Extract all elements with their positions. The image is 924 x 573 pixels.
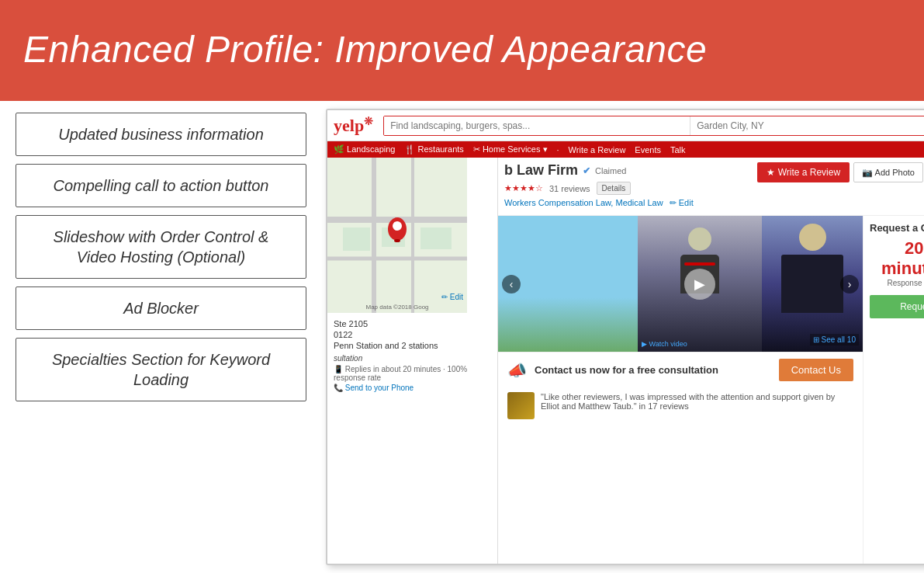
claimed-icon: ✔ <box>583 165 590 176</box>
svg-rect-5 <box>343 227 370 251</box>
yelp-biz-info-left: b Law Firm ✔ Claimed ★★★★☆ 31 reviews De… <box>504 162 694 210</box>
yelp-content-area: Map data ©2018 Goog ✏ Edit <box>327 158 924 564</box>
subnav-write-review[interactable]: Write a Review <box>569 145 626 155</box>
yelp-video-strip: ‹ <box>498 216 863 352</box>
yelp-address-section: Ste 2105 0122 Penn Station and 2 station… <box>327 313 497 398</box>
yelp-review-text: "Like other reviewers, I was impressed w… <box>541 392 853 411</box>
yelp-side-col: Request a Consultation 20 minutes Respon… <box>863 216 924 564</box>
yelp-consult-time-label: Response Time <box>870 279 924 287</box>
yelp-write-review-btn[interactable]: ★ Write a Review <box>757 162 850 182</box>
subnav-landscaping[interactable]: 🌿 Landscaping <box>334 144 395 155</box>
yelp-cta-text: Contact us now for a free consultation <box>535 364 771 376</box>
yelp-video-prev-btn[interactable]: ‹ <box>502 275 521 293</box>
yelp-left-col: Map data ©2018 Goog ✏ Edit <box>327 158 498 564</box>
yelp-map: Map data ©2018 Goog ✏ Edit <box>327 158 467 313</box>
yelp-response-time: 📱 Replies in about 20 minutes · 100% res… <box>334 365 491 382</box>
yelp-consultation-label: sultation <box>334 354 491 363</box>
page-header: Enhanced Profile: Improved Appearance <box>0 0 924 101</box>
yelp-consult-title: Request a Consultation <box>870 222 924 234</box>
svg-point-10 <box>393 221 402 231</box>
yelp-consult-btn-container: Request a Consultation <box>870 295 924 318</box>
yelp-cta-icon: 📣 <box>507 361 527 380</box>
yelp-consult-stats: 20 minutes Response Time 100% Response R… <box>870 238 924 287</box>
subnav-events[interactable]: Events <box>635 145 661 155</box>
yelp-cta-bar: 📣 Contact us now for a free consultation… <box>498 352 863 387</box>
yelp-consult-time: 20 minutes Response Time <box>870 238 924 287</box>
yelp-send-phone[interactable]: 📞 Send to your Phone <box>334 384 491 392</box>
yelp-logo: yelp❊ <box>334 115 373 136</box>
yelp-page: yelp❊ 🔍 Sign Up 🌿 Landscaping 🍴 Restaura… <box>327 110 924 564</box>
yelp-video-next-btn[interactable]: › <box>840 275 859 293</box>
subnav-dot: · <box>557 145 559 155</box>
yelp-search-bar: 🔍 <box>383 116 924 136</box>
yelp-right-col: b Law Firm ✔ Claimed ★★★★☆ 31 reviews De… <box>498 158 924 564</box>
yelp-transit: Penn Station and 2 stations <box>334 341 491 350</box>
yelp-contact-section: sultation 📱 Replies in about 20 minutes … <box>334 354 491 392</box>
yelp-see-all[interactable]: ⊞ See all 10 <box>810 334 859 346</box>
svg-text:Map data ©2018 Goog: Map data ©2018 Goog <box>365 304 428 311</box>
subnav-restaurants[interactable]: 🍴 Restaurants <box>404 144 463 155</box>
yelp-biz-actions: ★ Write a Review 📷 Add Photo ↑ Share 🔖 S… <box>757 162 924 182</box>
feature-label: Compelling call to action button <box>54 177 269 194</box>
yelp-near-input[interactable] <box>690 116 924 135</box>
yelp-reviews: ★★★★☆ 31 reviews Details <box>504 182 694 195</box>
yelp-map-edit[interactable]: ✏ Edit <box>441 293 463 301</box>
page-title: Enhanced Profile: Improved Appearance <box>23 28 707 71</box>
yelp-reviewer-avatar <box>507 392 535 419</box>
feature-item-updated-biz-info: Updated business information <box>16 113 306 156</box>
subnav-home-services[interactable]: ✂ Home Services ▾ <box>473 144 548 155</box>
feature-item-slideshow: Slideshow with Order Control & Video Hos… <box>16 215 306 279</box>
svg-rect-7 <box>420 227 452 249</box>
yelp-subnav: 🌿 Landscaping 🍴 Restaurants ✂ Home Servi… <box>327 141 924 158</box>
yelp-contact-btn[interactable]: Contact Us <box>779 359 853 381</box>
yelp-main-row: ‹ <box>498 216 924 564</box>
feature-item-cta-button: Compelling call to action button <box>16 164 306 207</box>
yelp-center-col: ‹ <box>498 216 863 564</box>
feature-item-specialties: Specialties Section for Keyword Loading <box>16 338 306 401</box>
yelp-biz-header: b Law Firm ✔ Claimed ★★★★☆ 31 reviews De… <box>498 158 924 216</box>
yelp-address-line1: Ste 2105 <box>334 319 491 328</box>
yelp-address-line2: 0122 <box>334 330 491 339</box>
feature-list: Updated business information Compelling … <box>0 101 322 573</box>
svg-point-11 <box>394 239 400 242</box>
yelp-add-photo-btn[interactable]: 📷 Add Photo <box>853 162 923 182</box>
feature-item-ad-blocker: Ad Blocker <box>16 286 306 330</box>
yelp-request-consultation-btn[interactable]: Request a Consultation <box>870 295 924 318</box>
yelp-play-icon[interactable]: ▶ <box>684 269 715 300</box>
yelp-categories: Workers Compensation Law, Medical Law ✏ … <box>504 198 694 208</box>
yelp-mockup: yelp❊ 🔍 Sign Up 🌿 Landscaping 🍴 Restaura… <box>326 109 924 565</box>
claimed-label: Claimed <box>595 166 626 175</box>
yelp-navbar: yelp❊ 🔍 Sign Up <box>327 110 924 141</box>
feature-label: Specialties Section for Keyword Loading <box>52 351 270 388</box>
yelp-edit-categories[interactable]: ✏ Edit <box>670 198 694 207</box>
yelp-consult-time-value: 20 minutes <box>870 238 924 279</box>
yelp-watch-video[interactable]: ▶ Watch video <box>642 340 687 348</box>
yelp-mockup-container: yelp❊ 🔍 Sign Up 🌿 Landscaping 🍴 Restaura… <box>322 101 924 573</box>
subnav-talk[interactable]: Talk <box>670 145 686 155</box>
feature-label: Slideshow with Order Control & Video Hos… <box>54 228 269 266</box>
yelp-biz-name: b Law Firm ✔ Claimed <box>504 162 694 179</box>
yelp-review-quote: "Like other reviewers, I was impressed w… <box>498 387 863 424</box>
yelp-video-person1: ▶ ▶ Watch video <box>638 216 762 352</box>
feature-label: Ad Blocker <box>123 300 199 317</box>
feature-label: Updated business information <box>58 126 264 143</box>
yelp-details-btn[interactable]: Details <box>597 182 632 195</box>
main-content: Updated business information Compelling … <box>0 101 924 573</box>
yelp-find-input[interactable] <box>384 116 690 135</box>
